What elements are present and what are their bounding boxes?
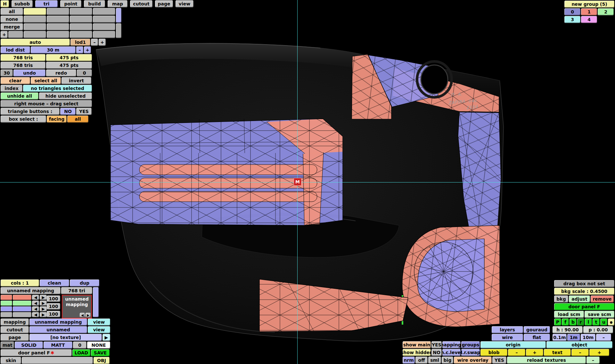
swatch-prev-button[interactable]: ◀ <box>32 295 39 300</box>
color-swatch-red-a[interactable] <box>1 295 12 300</box>
dup-button[interactable]: dup <box>70 279 99 287</box>
text-plus-button[interactable]: + <box>589 349 609 356</box>
cutout-label[interactable]: cutout <box>1 326 29 333</box>
grid-scrollbar-thumb[interactable] <box>116 8 121 23</box>
new-group-button[interactable]: new group (5) <box>564 1 614 8</box>
swatch-prev-button[interactable]: ◀ <box>32 312 39 317</box>
current-mapping-box[interactable]: unnamed mapping ◀ ▶ <box>62 295 92 319</box>
mapping-next-button[interactable]: ▶ <box>86 313 91 317</box>
menu-item-tri[interactable]: tri <box>35 0 58 7</box>
load-scm-button[interactable]: load scm <box>554 311 584 318</box>
wire-button[interactable]: wire <box>492 334 523 341</box>
page-texture-value[interactable]: [no texture] <box>29 334 102 341</box>
layers-button[interactable]: layers <box>492 326 523 333</box>
menu-item-build[interactable]: build <box>84 0 105 7</box>
origin-button[interactable]: origin <box>480 341 546 348</box>
blob-plus-button[interactable]: + <box>526 349 543 356</box>
proj-f-button[interactable]: f <box>562 319 569 326</box>
show-main-label[interactable]: show main <box>403 341 431 348</box>
menu-item-map[interactable]: map <box>108 0 127 7</box>
save-button[interactable]: SAVE <box>91 349 110 356</box>
grid-label-merge[interactable]: merge <box>1 23 23 30</box>
grid-cell[interactable] <box>70 8 92 15</box>
mat-matt-button[interactable]: MATT <box>44 342 72 349</box>
color-swatch-gray-b[interactable] <box>13 312 31 317</box>
grid-cell[interactable] <box>47 8 69 15</box>
lr-swap-button[interactable]: l.r.swap <box>461 349 480 356</box>
group-1-button[interactable]: 1 <box>581 8 597 15</box>
cols-button[interactable]: cols : 1 <box>1 279 39 287</box>
mat-label[interactable]: mat <box>1 342 14 349</box>
flat-button[interactable]: flat <box>524 334 550 341</box>
grid-cell[interactable] <box>93 16 115 23</box>
text-minus-button[interactable]: – <box>571 349 589 356</box>
cutout-view-button[interactable]: view <box>88 326 110 333</box>
blob-button[interactable]: blob <box>480 349 507 356</box>
show-hidden-no[interactable]: NO <box>431 349 442 356</box>
lod-minus-button[interactable]: – <box>91 39 98 46</box>
cutout-value[interactable]: unnamed <box>29 326 87 333</box>
color-swatch-green-b[interactable] <box>13 301 31 306</box>
color-swatch-green-a[interactable] <box>1 301 12 306</box>
grid-label-all[interactable]: all <box>1 8 23 15</box>
menu-item-h[interactable]: H <box>1 0 9 7</box>
triangle-buttons-yes[interactable]: YES <box>76 108 92 115</box>
menu-item-page[interactable]: page <box>155 0 173 7</box>
grid-scrollbar-track[interactable] <box>116 23 121 38</box>
nrm-big-button[interactable]: big <box>442 357 453 364</box>
swatch-prev-button[interactable]: ◀ <box>32 301 39 306</box>
value-100-button[interactable]: 100 <box>47 311 60 317</box>
groups-button[interactable]: groups <box>461 341 480 348</box>
menu-item-view[interactable]: view <box>176 0 193 7</box>
swatch-next-button[interactable]: ▶ <box>40 306 47 311</box>
color-swatch-gray-a[interactable] <box>1 312 12 317</box>
proj-t-button[interactable]: t <box>593 319 600 326</box>
box-select-all[interactable]: all <box>67 116 88 123</box>
mapping-scrollbar[interactable] <box>93 287 99 317</box>
viewport-canvas[interactable]: П. А. ZAFIRA. 04s 2154 <box>0 0 615 364</box>
mapping-prev-button[interactable]: ◀ <box>80 313 85 317</box>
mapping-name[interactable]: unnamed mapping <box>1 287 61 294</box>
clean-button[interactable]: clean <box>40 279 69 287</box>
nrm-button[interactable]: nrm <box>403 357 415 364</box>
redo-button[interactable]: redo <box>46 69 76 77</box>
grid-label-none[interactable]: none <box>1 16 23 23</box>
object-button[interactable]: object <box>546 341 612 348</box>
lod-dist-minus-button[interactable]: – <box>76 46 83 53</box>
triangle-buttons-no[interactable]: NO <box>60 108 76 115</box>
bkg-remove-button[interactable]: remove <box>591 295 614 303</box>
grid-cell[interactable] <box>93 23 115 30</box>
group-2-button[interactable]: 2 <box>598 8 614 15</box>
unhide-all-button[interactable]: unhide all <box>1 93 38 100</box>
lod-dist-plus-button[interactable]: + <box>84 46 91 53</box>
color-swatch-red-b[interactable] <box>13 295 31 300</box>
bkg-scale-value[interactable]: bkg scale : 0.4500 <box>554 288 614 295</box>
mat-solid-button[interactable]: SOLID <box>15 342 43 349</box>
lod-plus-button[interactable]: + <box>99 39 106 46</box>
show-main-yes[interactable]: YES <box>431 341 442 348</box>
page-next-button[interactable]: ▶ <box>102 334 110 341</box>
swatch-next-button[interactable]: ▶ <box>40 301 47 306</box>
grid-cell[interactable] <box>24 16 46 23</box>
grid-minus-button[interactable]: – <box>596 334 611 341</box>
value-100-button[interactable]: 100 <box>47 303 60 310</box>
pitch-value[interactable]: p : 0.00 <box>583 326 613 333</box>
color-swatch-blue-b[interactable] <box>13 306 31 311</box>
skin-button[interactable]: skin <box>1 357 21 364</box>
save-scm-button[interactable]: save scm <box>585 311 614 318</box>
nrm-sml-button[interactable]: sml <box>428 357 441 364</box>
proj-dot-button[interactable]: ● <box>608 319 614 326</box>
lod-auto-button[interactable]: auto <box>1 39 70 46</box>
file-name[interactable]: door panel F✱ <box>1 349 72 356</box>
page-label[interactable]: page <box>1 334 29 341</box>
grid-cell[interactable] <box>24 23 46 30</box>
grid-cell[interactable] <box>47 16 69 23</box>
group-4-button[interactable]: 4 <box>581 16 597 23</box>
grid-cell[interactable] <box>47 23 69 30</box>
proj-b-button[interactable]: b <box>570 319 577 326</box>
nc-level-button[interactable]: n.c.level <box>442 349 461 356</box>
grid-cell[interactable] <box>93 31 115 38</box>
menu-item-cutout[interactable]: cutout <box>130 0 152 7</box>
reload-textures-button[interactable]: reload textures <box>507 357 586 364</box>
grid-cell[interactable] <box>47 31 69 38</box>
